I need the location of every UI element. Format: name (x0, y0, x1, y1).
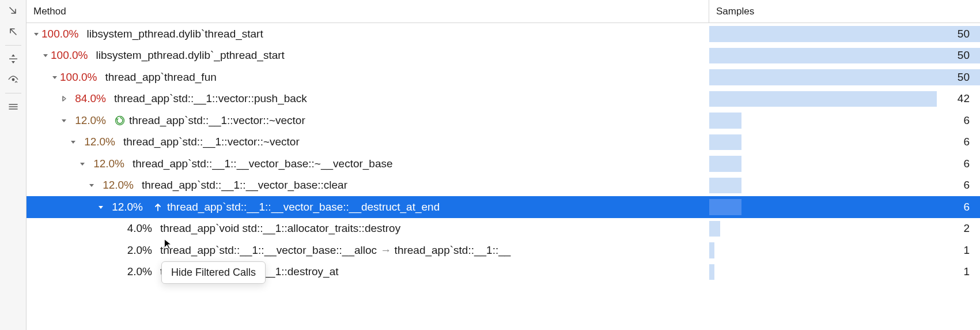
method-name: thread_app`std::__1::vector::~vector (129, 114, 305, 127)
call-tree-row[interactable]: 100.0%libsystem_pthread.dylib`thread_sta… (27, 23, 980, 45)
percent-value: 100.0% (60, 71, 97, 84)
table-header: Method Samples (27, 0, 980, 23)
disclosure-triangle-icon[interactable] (59, 117, 69, 124)
samples-value: 50 (958, 49, 970, 62)
call-tree-row[interactable]: 12.0%thread_app`std::__1::vector::~vecto… (27, 110, 980, 132)
method-name: thread_app`thread_fun (105, 71, 216, 84)
method-cell: 84.0%thread_app`std::__1::vector::push_b… (27, 92, 709, 105)
samples-value: 1 (963, 244, 970, 257)
samples-cell: 6 (709, 153, 980, 175)
disclosure-triangle-icon[interactable] (86, 182, 97, 189)
disclosure-triangle-icon[interactable] (50, 74, 60, 81)
method-name: thread_app`std::__1::__vector_base::__al… (160, 244, 510, 257)
sidebar-collapse-up-icon[interactable] (3, 22, 23, 42)
call-tree-row[interactable]: 4.0%thread_app`void std::__1::allocator_… (27, 218, 980, 240)
method-cell: 12.0%thread_app`std::__1::__vector_base:… (27, 179, 709, 192)
call-tree-row[interactable]: 84.0%thread_app`std::__1::vector::push_b… (27, 88, 980, 110)
method-name: thread_app`void std::__1::allocator_trai… (160, 222, 400, 235)
disclosure-triangle-icon[interactable] (96, 204, 106, 211)
samples-bar (709, 26, 980, 42)
method-name: thread_app`std::__1::__vector_base::~__v… (133, 158, 393, 170)
samples-bar (709, 91, 937, 107)
disclosure-triangle-icon[interactable] (59, 95, 69, 102)
disclosure-triangle-icon[interactable] (68, 138, 78, 145)
samples-value: 6 (963, 201, 970, 213)
samples-cell: 50 (709, 45, 980, 67)
samples-bar (709, 178, 741, 194)
sidebar-expand-all-icon[interactable] (3, 49, 23, 69)
fold-up-icon[interactable] (152, 201, 164, 213)
call-tree-row[interactable]: 12.0%thread_app`std::__1::__vector_base:… (27, 153, 980, 175)
percent-value: 2.0% (115, 265, 152, 278)
samples-bar (709, 69, 980, 85)
percent-value: 4.0% (115, 222, 152, 235)
samples-bar (709, 242, 714, 258)
method-cell: 12.0%thread_app`std::__1::__vector_base:… (27, 201, 709, 213)
samples-cell: 1 (709, 239, 980, 261)
sidebar-visibility-icon[interactable] (3, 70, 23, 89)
sidebar-separator (5, 45, 21, 46)
percent-value: 12.0% (69, 114, 106, 127)
samples-value: 2 (963, 222, 970, 235)
sidebar (0, 0, 27, 330)
method-cell: 2.0%thread_app`std::__1::__vector_base::… (27, 244, 709, 257)
percent-value: 84.0% (69, 92, 106, 105)
column-header-method[interactable]: Method (27, 0, 709, 22)
method-cell: 12.0%thread_app`std::__1::vector::~vecto… (27, 114, 709, 127)
samples-cell: 42 (709, 88, 980, 110)
samples-value: 50 (958, 71, 970, 84)
percent-value: 2.0% (115, 244, 152, 257)
sidebar-menu-icon[interactable] (3, 97, 23, 117)
samples-value: 42 (958, 92, 970, 105)
svg-point-0 (12, 78, 14, 81)
samples-cell: 6 (709, 175, 980, 197)
samples-value: 1 (963, 265, 970, 278)
call-tree-row[interactable]: 12.0%thread_app`std::__1::__vector_base:… (27, 196, 980, 218)
call-tree-rows: 100.0%libsystem_pthread.dylib`thread_sta… (27, 23, 980, 283)
samples-cell: 50 (709, 66, 980, 88)
sidebar-expand-down-icon[interactable] (3, 1, 23, 21)
sidebar-separator (5, 93, 21, 93)
samples-cell: 6 (709, 110, 980, 132)
method-cell: 4.0%thread_app`void std::__1::allocator_… (27, 222, 709, 235)
column-header-samples[interactable]: Samples (709, 0, 980, 22)
method-cell: 2.0%thread_app`void std::__1::destroy_at (27, 265, 709, 278)
percent-value: 12.0% (78, 136, 115, 148)
disclosure-triangle-icon[interactable] (77, 160, 88, 167)
samples-cell: 2 (709, 218, 980, 240)
samples-value: 6 (963, 158, 970, 170)
samples-bar (709, 199, 741, 215)
disclosure-triangle-icon[interactable] (40, 52, 51, 59)
method-cell: 100.0%libsystem_pthread.dylib`thread_sta… (27, 28, 709, 40)
disclosure-triangle-icon[interactable] (31, 31, 41, 38)
samples-bar (709, 134, 741, 151)
method-cell: 12.0%thread_app`std::__1::__vector_base:… (27, 158, 709, 170)
method-name: libsystem_pthread.dylib`thread_start (86, 28, 263, 40)
call-tree-row[interactable]: 12.0%thread_app`std::__1::__vector_base:… (27, 175, 980, 197)
samples-value: 50 (958, 28, 970, 40)
samples-bar (709, 48, 980, 64)
percent-value: 12.0% (106, 201, 143, 213)
percent-value: 12.0% (88, 158, 124, 170)
samples-bar (709, 221, 720, 237)
call-tree-row[interactable]: 100.0%thread_app`thread_fun50 (27, 66, 980, 88)
samples-cell: 6 (709, 196, 980, 218)
percent-value: 12.0% (97, 179, 134, 192)
method-cell: 100.0%thread_app`thread_fun (27, 71, 709, 84)
tooltip-label: Hide Filtered Calls (171, 267, 256, 278)
call-tree-row[interactable]: 12.0%thread_app`std::__1::vector::~vecto… (27, 132, 980, 153)
samples-bar (709, 112, 741, 129)
samples-cell: 6 (709, 132, 980, 153)
method-name: thread_app`std::__1::vector::~vector (123, 136, 300, 148)
samples-cell: 50 (709, 23, 980, 45)
samples-bar (709, 156, 741, 172)
recursion-icon (114, 115, 126, 126)
call-tree-row[interactable]: 2.0%thread_app`std::__1::__vector_base::… (27, 239, 980, 261)
samples-bar (709, 264, 714, 280)
call-tree-row[interactable]: 100.0%libsystem_pthread.dylib`_pthread_s… (27, 45, 980, 67)
samples-value: 6 (963, 136, 970, 148)
tooltip-hide-filtered-calls: Hide Filtered Calls (161, 261, 266, 284)
percent-value: 100.0% (51, 49, 88, 62)
samples-value: 6 (963, 114, 970, 127)
method-name: libsystem_pthread.dylib`_pthread_start (96, 49, 284, 62)
